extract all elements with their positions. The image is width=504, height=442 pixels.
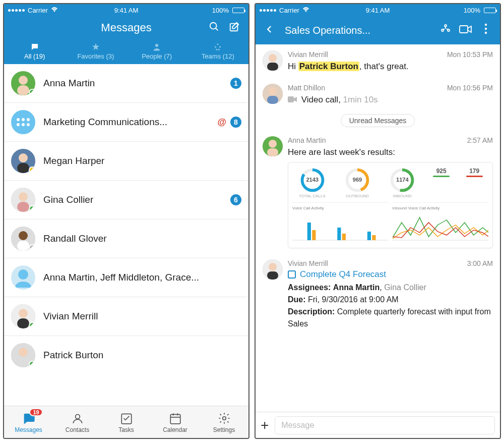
svg-point-13 [19,153,28,162]
timestamp: Mon 10:56 PM [447,84,493,92]
conversation-name: Randall Glover [43,233,241,244]
task-title[interactable]: Complete Q4 Forecast [288,269,493,280]
svg-rect-61 [342,234,346,240]
message-text: Hi Patrick Burton, that's great. [288,61,493,73]
svg-point-7 [216,49,218,50]
message-item: Anna Martin 2:57 AM Here are last week's… [256,130,500,254]
conversation-item[interactable]: Marketing Communications... @ 8 [4,103,248,142]
svg-rect-20 [17,241,29,251]
back-button[interactable] [263,25,277,36]
mention: Patrick Burton [298,62,359,71]
message-item: Vivian Merrill 3:00 AM Complete Q4 Forec… [256,253,500,335]
battery-icon [484,8,496,13]
battery-icon [232,8,244,13]
subchart-inbound-activity: Inbound Voice Call Activity [393,202,489,245]
conversation-item[interactable]: Randall Glover [4,219,248,258]
svg-rect-50 [267,148,278,156]
sender-name: Vivian Merrill [288,259,328,267]
chart-attachment[interactable]: 2143 TOTAL CALLS 969 OUTBOUND 1174 INBOU… [288,162,493,248]
tab-tasks-label: Tasks [118,426,134,433]
search-button[interactable] [207,21,221,34]
chevron-left-icon [265,25,274,34]
timestamp: 3:00 AM [467,259,493,267]
unread-badge: 8 [230,117,241,128]
avatar [263,50,283,71]
tab-contacts-label: Contacts [66,426,89,433]
svg-rect-29 [170,414,180,423]
silhouette-icon [11,265,35,290]
chat-title[interactable]: Sales Operations... [283,25,432,36]
compose-button[interactable] [227,21,241,34]
conversation-name: Megan Harper [43,155,241,167]
conversation-item[interactable]: Anna Martin, Jeff Middleton, Grace... [4,258,248,297]
svg-rect-17 [17,202,29,212]
svg-point-40 [485,32,487,34]
svg-point-33 [222,416,226,420]
svg-point-26 [19,348,28,357]
calendar-icon [168,411,182,425]
conversation-name: Vivian Merrill [43,311,241,322]
tab-favorites-label: Favorites (3) [77,52,114,60]
video-button[interactable] [459,24,473,36]
svg-rect-59 [312,230,316,240]
filter-tabs: All (19) Favorites (3) People (7) Teams … [4,39,248,64]
presence-indicator [29,244,35,251]
status-bar: Carrier 9:41 AM 100% [256,4,500,16]
clock: 9:41 AM [338,7,417,14]
conversation-item[interactable]: Megan Harper [4,142,248,181]
conversation-item[interactable]: Patrick Burton [4,336,248,374]
chat-bubble-icon [30,42,39,51]
tab-people[interactable]: People (7) [127,39,187,64]
tab-settings[interactable]: Settings [200,406,248,438]
mini-stat: 925 [427,168,456,178]
conversation-item[interactable]: Anna Martin 1 [4,64,248,103]
battery-percent: 100% [464,7,480,14]
svg-point-23 [19,309,28,318]
sender-name: Vivian Merrill [288,50,328,59]
tab-calendar[interactable]: Calendar [151,406,200,438]
avatar [263,136,283,156]
wifi-icon [302,6,309,14]
tab-contacts[interactable]: Contacts [53,406,102,438]
tab-settings-label: Settings [213,426,235,433]
video-icon [459,24,472,34]
sender-name: Anna Martin [288,136,326,144]
svg-point-38 [485,24,487,26]
message-input-bar: + [256,412,500,438]
unread-badge: 6 [230,194,241,205]
search-icon [209,21,220,32]
call-button[interactable] [438,23,453,37]
task-assignees: Assignees: Anna Martin, Gina Collier [288,282,493,294]
svg-point-42 [269,54,277,62]
task-due: Due: Fri, 9/30/2016 at 9:00 AM [288,294,493,306]
battery-percent: 100% [212,7,229,14]
presence-indicator [29,361,35,367]
tab-teams[interactable]: Teams (12) [187,39,248,64]
phone-messages-list: Carrier 9:41 AM 100% Messages All (19) F… [3,3,249,439]
conversation-item[interactable]: Vivian Merrill [4,297,248,336]
svg-point-45 [269,87,277,95]
svg-point-3 [155,44,158,47]
message-item: Vivian Merrill Mon 10:53 PM Hi Patrick B… [256,44,500,78]
tab-tasks[interactable]: Tasks [102,406,151,438]
svg-point-10 [19,76,28,85]
more-button[interactable] [479,23,493,37]
svg-rect-62 [367,232,371,240]
timestamp: Mon 10:53 PM [447,50,493,59]
tab-calendar-label: Calendar [163,426,187,433]
conversation-item[interactable]: Gina Collier 6 [4,181,248,219]
svg-rect-24 [17,318,29,328]
tab-favorites[interactable]: Favorites (3) [65,39,126,64]
tab-all[interactable]: All (19) [4,39,65,64]
checkbox-icon[interactable] [288,270,296,279]
gear-icon [217,411,231,425]
more-vertical-icon [484,23,487,34]
contacts-icon [71,411,85,425]
tab-messages[interactable]: 19 Messages [4,406,53,438]
message-input[interactable] [275,416,495,434]
conversation-name: Anna Martin [43,78,222,89]
chat-messages[interactable]: Vivian Merrill Mon 10:53 PM Hi Patrick B… [256,44,500,412]
bottom-tabbar: 19 Messages Contacts Tasks Calendar [4,406,248,438]
attach-button[interactable]: + [261,417,269,433]
videocam-icon [288,95,299,104]
